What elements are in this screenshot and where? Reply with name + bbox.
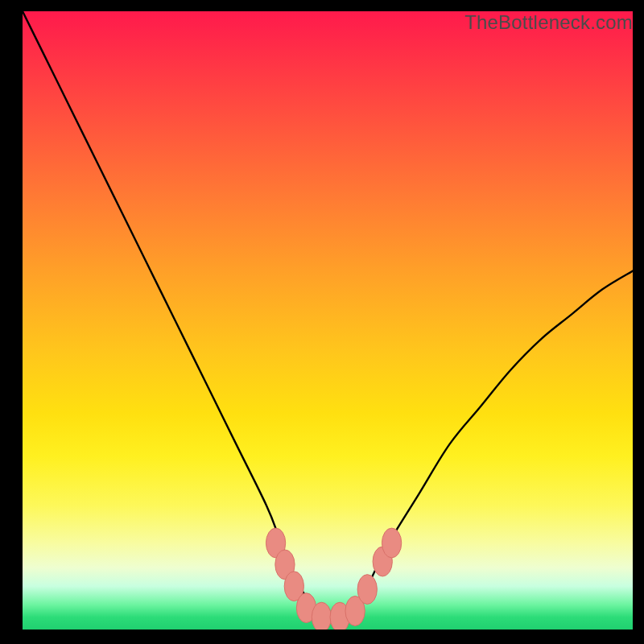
chart-frame: TheBottleneck.com: [0, 0, 644, 644]
curve-markers: [266, 528, 401, 630]
curve-marker: [382, 528, 401, 558]
curve-layer: [23, 11, 633, 630]
bottleneck-curve: [23, 11, 633, 618]
curve-marker: [312, 602, 331, 630]
plot-area: [23, 11, 633, 630]
curve-marker: [357, 575, 377, 605]
